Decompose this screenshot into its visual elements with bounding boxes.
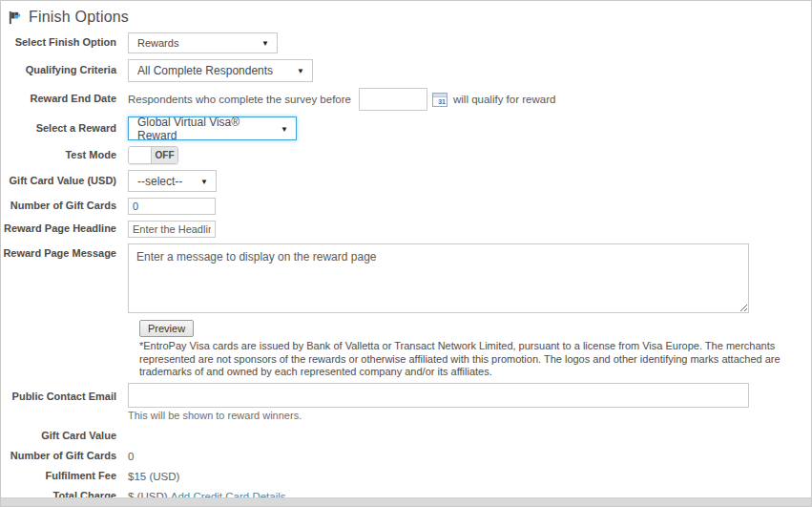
public-contact-email-group: This will be shown to reward winners.: [128, 383, 749, 421]
summary-number-of-gift-cards: 0: [128, 451, 134, 462]
reward-end-date-prefix: Respondents who complete the survey befo…: [128, 94, 351, 105]
reward-end-date-input[interactable]: [359, 88, 427, 111]
qualifying-criteria-value: All Complete Respondents: [137, 64, 273, 77]
row-number-of-gift-cards: Number of Gift Cards: [1, 198, 811, 215]
gift-card-value-label: Gift Card Value (USD): [1, 175, 128, 187]
number-of-gift-cards-input[interactable]: [128, 198, 216, 215]
chevron-down-icon: ▼: [261, 39, 269, 48]
select-a-reward-dropdown[interactable]: Global Virtual Visa® Reward ▼: [128, 116, 297, 140]
calendar-icon[interactable]: 31: [432, 93, 448, 107]
gift-card-value-dropdown[interactable]: --select-- ▼: [128, 170, 217, 192]
page-title: Finish Options: [29, 9, 129, 26]
reward-end-date-suffix: will qualify for reward: [453, 94, 555, 105]
chevron-down-icon: ▼: [200, 177, 208, 185]
chevron-down-icon: ▼: [297, 67, 304, 75]
summary-row-gift-card-value: Gift Card Value: [1, 427, 811, 447]
row-select-a-reward: Select a Reward Global Virtual Visa® Rew…: [1, 116, 811, 140]
select-a-reward-label: Select a Reward: [1, 122, 128, 135]
select-finish-option-dropdown[interactable]: Rewards ▼: [128, 32, 278, 53]
reward-page-message-label: Reward Page Message: [1, 243, 128, 260]
number-of-gift-cards-label: Number of Gift Cards: [1, 200, 128, 212]
reward-end-date-label: Reward End Date: [1, 93, 128, 105]
reward-page-message-textarea[interactable]: [128, 243, 749, 313]
public-contact-email-input[interactable]: [128, 383, 749, 408]
row-reward-page-headline: Reward Page Headline: [1, 221, 811, 238]
summary-number-of-gift-cards-label: Number of Gift Cards: [1, 450, 128, 462]
panel-footer-bar: [1, 497, 811, 506]
public-contact-email-helper: This will be shown to reward winners.: [128, 410, 749, 421]
qualifying-criteria-label: Qualifying Criteria: [1, 64, 128, 76]
reward-page-headline-label: Reward Page Headline: [1, 222, 128, 235]
summary-row-number-of-gift-cards: Number of Gift Cards 0: [1, 447, 811, 467]
row-gift-card-value: Gift Card Value (USD) --select-- ▼: [1, 170, 811, 192]
summary-gift-card-value-label: Gift Card Value: [1, 430, 128, 442]
row-reward-end-date: Reward End Date Respondents who complete…: [1, 88, 811, 111]
gift-card-value-selected: --select--: [137, 175, 182, 188]
select-a-reward-value: Global Virtual Visa® Reward: [137, 116, 277, 142]
finish-options-panel: Finish Options Select Finish Option Rewa…: [0, 0, 812, 507]
row-reward-page-message: Reward Page Message: [1, 243, 811, 313]
page-header: Finish Options: [1, 1, 811, 26]
charge-summary: Gift Card Value Number of Gift Cards 0 F…: [1, 427, 811, 507]
row-qualifying-criteria: Qualifying Criteria All Complete Respond…: [1, 59, 811, 82]
preview-button[interactable]: Preview: [139, 320, 194, 337]
toggle-state-label: OFF: [152, 147, 177, 163]
qualifying-criteria-dropdown[interactable]: All Complete Respondents ▼: [128, 59, 313, 82]
summary-fulfilment-fee-label: Fulfilment Fee: [1, 470, 128, 482]
select-finish-option-value: Rewards: [137, 37, 178, 49]
row-test-mode: Test Mode OFF: [1, 146, 811, 164]
row-select-finish-option: Select Finish Option Rewards ▼: [1, 32, 811, 53]
finish-options-form: Select Finish Option Rewards ▼ Qualifyin…: [1, 26, 811, 507]
toggle-knob: [129, 147, 152, 163]
row-public-contact-email: Public Contact Email This will be shown …: [1, 383, 811, 421]
public-contact-email-label: Public Contact Email: [1, 383, 128, 403]
reward-page-headline-input[interactable]: [128, 221, 216, 238]
chevron-down-icon: ▼: [281, 124, 288, 133]
select-finish-option-label: Select Finish Option: [1, 36, 128, 49]
test-mode-toggle[interactable]: OFF: [128, 146, 178, 164]
disclaimer-text: *EntroPay Visa cards are issued by Bank …: [139, 340, 811, 379]
finish-flag-icon: [8, 11, 22, 25]
summary-row-fulfilment-fee: Fulfilment Fee $15 (USD): [1, 467, 811, 487]
test-mode-label: Test Mode: [1, 149, 128, 161]
summary-fulfilment-fee: $15 (USD): [128, 471, 179, 482]
